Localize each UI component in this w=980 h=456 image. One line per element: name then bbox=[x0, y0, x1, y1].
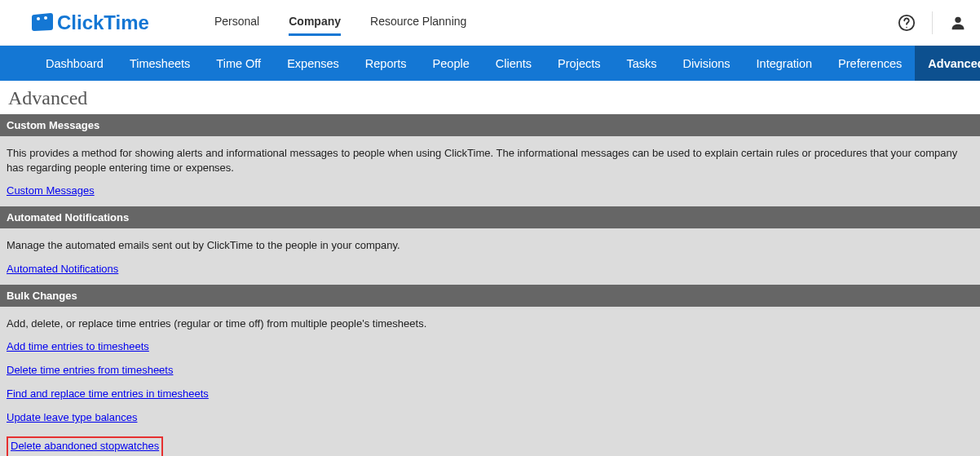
section-header-bulk-changes: Bulk Changes bbox=[0, 285, 980, 307]
section-body-custom-messages: This provides a method for showing alert… bbox=[0, 136, 980, 206]
nav-reports[interactable]: Reports bbox=[352, 46, 420, 81]
top-bar: ClickTime Personal Company Resource Plan… bbox=[0, 0, 980, 46]
svg-point-3 bbox=[906, 26, 907, 27]
nav-tasks[interactable]: Tasks bbox=[613, 46, 669, 81]
section-header-custom-messages: Custom Messages bbox=[0, 114, 980, 136]
custom-messages-link[interactable]: Custom Messages bbox=[7, 184, 95, 197]
page-title: Advanced bbox=[0, 81, 980, 114]
svg-point-4 bbox=[955, 16, 960, 22]
help-icon bbox=[898, 14, 916, 32]
bulk-changes-desc: Add, delete, or replace time entries (re… bbox=[7, 317, 973, 331]
link-update-leave-balances[interactable]: Update leave type balances bbox=[7, 411, 137, 423]
link-add-time-entries[interactable]: Add time entries to timesheets bbox=[7, 340, 149, 352]
logo-icon bbox=[31, 13, 54, 33]
tab-resource-planning[interactable]: Resource Planning bbox=[370, 10, 466, 36]
nav-expenses[interactable]: Expenses bbox=[274, 46, 352, 81]
custom-messages-desc: This provides a method for showing alert… bbox=[7, 146, 973, 175]
svg-point-1 bbox=[44, 16, 47, 20]
top-right bbox=[898, 11, 967, 34]
logo[interactable]: ClickTime bbox=[31, 11, 149, 34]
logo-text: ClickTime bbox=[57, 11, 149, 34]
svg-point-0 bbox=[37, 17, 40, 20]
section-body-automated-notifications: Manage the automated emails sent out by … bbox=[0, 228, 980, 285]
automated-notifications-link[interactable]: Automated Notifications bbox=[7, 263, 118, 275]
nav-people[interactable]: People bbox=[420, 46, 483, 81]
link-delete-time-entries[interactable]: Delete time entries from timesheets bbox=[7, 364, 173, 376]
person-icon bbox=[949, 14, 967, 32]
highlight-box: Delete abandoned stopwatches bbox=[7, 436, 163, 456]
nav-preferences[interactable]: Preferences bbox=[825, 46, 915, 81]
link-find-replace-time-entries[interactable]: Find and replace time entries in timeshe… bbox=[7, 387, 209, 400]
help-button[interactable] bbox=[898, 14, 916, 32]
section-body-bulk-changes: Add, delete, or replace time entries (re… bbox=[0, 307, 980, 456]
tab-company[interactable]: Company bbox=[289, 10, 341, 36]
nav-clients[interactable]: Clients bbox=[483, 46, 545, 81]
tab-personal[interactable]: Personal bbox=[214, 10, 259, 36]
nav-projects[interactable]: Projects bbox=[545, 46, 613, 81]
nav-time-off[interactable]: Time Off bbox=[203, 46, 274, 81]
divider bbox=[932, 11, 933, 34]
link-delete-abandoned-stopwatches[interactable]: Delete abandoned stopwatches bbox=[11, 440, 159, 452]
nav-advanced[interactable]: Advanced bbox=[915, 46, 980, 81]
automated-notifications-desc: Manage the automated emails sent out by … bbox=[7, 238, 973, 253]
user-menu-button[interactable] bbox=[949, 14, 967, 32]
nav-dashboard[interactable]: Dashboard bbox=[33, 46, 117, 81]
section-header-automated-notifications: Automated Notifications bbox=[0, 206, 980, 228]
nav-bar: Dashboard Timesheets Time Off Expenses R… bbox=[0, 46, 980, 81]
nav-divisions[interactable]: Divisions bbox=[670, 46, 744, 81]
nav-integration[interactable]: Integration bbox=[744, 46, 826, 81]
top-tabs: Personal Company Resource Planning bbox=[214, 10, 466, 36]
nav-timesheets[interactable]: Timesheets bbox=[117, 46, 203, 81]
